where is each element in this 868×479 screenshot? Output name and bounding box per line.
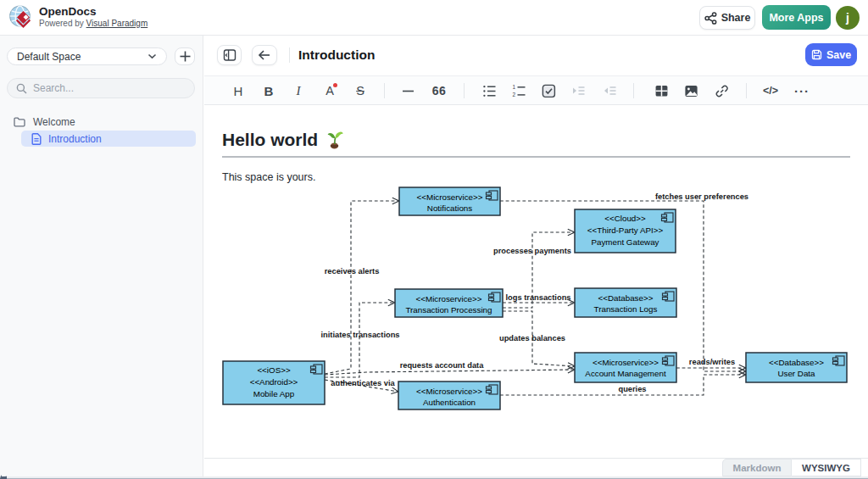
svg-text:requests account data: requests account data: [400, 361, 485, 370]
svg-text:Transaction Processing: Transaction Processing: [405, 305, 492, 315]
svg-text:processes payments: processes payments: [493, 247, 571, 255]
svg-text:updates balances: updates balances: [499, 334, 565, 343]
svg-text:<<Microservice>>: <<Microservice>>: [593, 358, 659, 367]
svg-text:fetches user preferences: fetches user preferences: [655, 192, 748, 201]
svg-text:User Data: User Data: [777, 369, 815, 378]
svg-text:<<Microservice>>: <<Microservice>>: [417, 192, 483, 202]
svg-text:initiates transactions: initiates transactions: [321, 331, 400, 339]
svg-text:<<Android>>: <<Android>>: [250, 377, 298, 387]
svg-text:Payment Gateway: Payment Gateway: [591, 237, 659, 247]
svg-text:authenticates via: authenticates via: [331, 379, 395, 387]
svg-text:<<iOS>>: <<iOS>>: [257, 365, 290, 375]
svg-text:Notifications: Notifications: [427, 203, 472, 213]
svg-text:Transaction Logs: Transaction Logs: [594, 304, 658, 314]
svg-text:reads/writes: reads/writes: [689, 358, 735, 366]
svg-text:<<Cloud>>: <<Cloud>>: [604, 214, 646, 223]
svg-text:Mobile App: Mobile App: [253, 389, 295, 398]
svg-text:1: 1: [512, 84, 515, 90]
svg-text:<<Microservice>>: <<Microservice>>: [416, 387, 482, 396]
svg-text:Account Management: Account Management: [585, 369, 666, 378]
svg-text:<<Microservice>>: <<Microservice>>: [416, 294, 482, 304]
svg-text:queries: queries: [618, 385, 646, 393]
svg-text:<<Third-Party API>>: <<Third-Party API>>: [587, 226, 664, 235]
svg-text:<<Database>>: <<Database>>: [598, 293, 654, 303]
svg-text:logs transactions: logs transactions: [506, 293, 571, 302]
svg-text:Authentication: Authentication: [423, 398, 476, 407]
svg-text:receives alerts: receives alerts: [325, 267, 380, 276]
svg-text:2: 2: [512, 92, 515, 97]
svg-text:<<Database>>: <<Database>>: [769, 358, 824, 367]
